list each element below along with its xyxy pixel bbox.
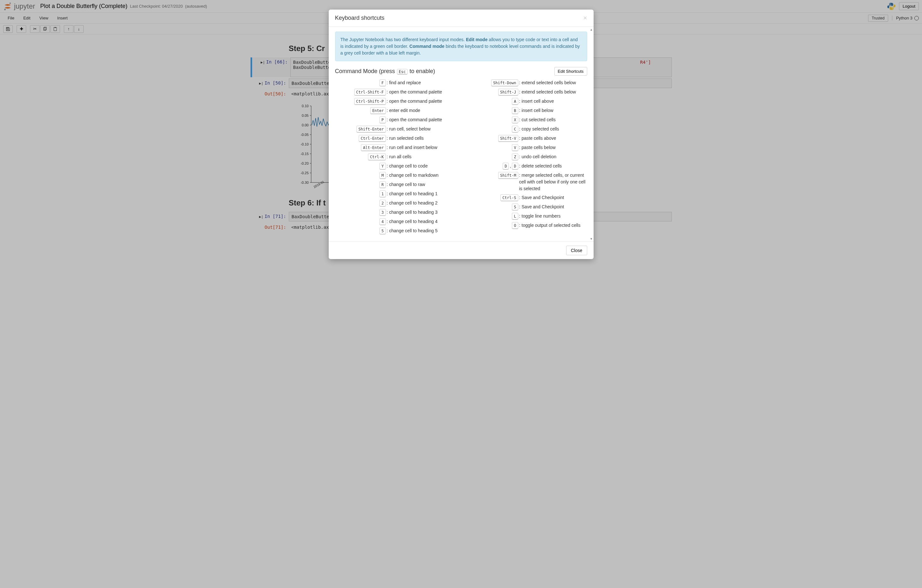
shortcut-key: 4 [335,218,386,225]
shortcut-key: V [468,144,518,151]
shortcut-row: 1: change cell to heading 1 [335,191,455,198]
kbd-key: S [512,204,518,211]
kbd-key: D [503,163,509,170]
command-mode-header: Command Mode (press Esc to enable) Edit … [335,67,587,76]
shortcut-row: D,D: delete selected cells [468,163,587,170]
shortcut-key: Ctrl-Shift-F [335,89,386,96]
shortcut-desc: : change cell to heading 4 [386,218,455,225]
shortcut-row: Ctrl-Enter: run selected cells [335,135,455,142]
shortcut-key: Ctrl-Shift-P [335,98,386,105]
kbd-key: Y [379,163,386,170]
shortcut-desc: : change cell to markdown [386,172,455,179]
shortcut-row: L: toggle line numbers [468,213,587,220]
kbd-key: Z [512,154,518,160]
shortcut-desc: : toggle output of selected cells [518,222,587,229]
shortcut-key: Alt-Enter [335,144,386,151]
shortcut-desc: : run selected cells [386,135,455,142]
kbd-key: R [379,181,386,188]
shortcut-key: Shift-M [468,172,518,179]
shortcut-row: 4: change cell to heading 4 [335,218,455,225]
kbd-key: F [379,80,386,87]
shortcut-desc: : change cell to heading 3 [386,209,455,216]
kbd-key: O [512,222,518,229]
shortcut-desc: : change cell to code [386,163,455,170]
shortcut-key: F [335,80,386,87]
kbd-key: Ctrl-Shift-F [354,89,386,96]
shortcut-key: 5 [335,227,386,235]
shortcut-row: Ctrl-Shift-F: open the command palette [335,89,455,96]
shortcut-key: Shift-Down [468,80,518,87]
shortcut-key: C [468,126,518,133]
shortcut-key: O [468,222,518,229]
kbd-key: Shift-V [498,135,518,142]
shortcut-row: 2: change cell to heading 2 [335,200,455,207]
close-icon: × [584,15,587,21]
shortcut-desc: : Save and Checkpoint [518,204,587,210]
shortcut-row: R: change cell to raw [335,181,455,188]
shortcut-row: Shift-Enter: run cell, select below [335,126,455,133]
shortcut-row: Y: change cell to code [335,163,455,170]
kbd-key: Alt-Enter [361,144,386,151]
modal-header: Keyboard shortcuts × [329,10,593,27]
shortcut-row: 3: change cell to heading 3 [335,209,455,216]
kbd-key: Ctrl-S [500,194,518,201]
keyboard-shortcuts-modal: Keyboard shortcuts × ▴ The Jupyter Noteb… [329,10,593,239]
modal-title: Keyboard shortcuts [335,15,384,21]
shortcut-key: X [468,116,518,124]
shortcut-desc: : change cell to heading 5 [386,227,455,234]
shortcut-columns: F: find and replaceCtrl-Shift-F: open th… [335,80,587,237]
shortcut-desc: : enter edit mode [386,107,455,114]
shortcut-row: V: paste cells below [468,144,587,151]
shortcut-row: P: open the command palette [335,116,455,124]
scroll-up-icon[interactable]: ▴ [590,28,592,32]
shortcut-key: Enter [335,107,386,114]
shortcut-key: 1 [335,191,386,198]
shortcut-row: B: insert cell below [468,107,587,114]
shortcut-desc: : copy selected cells [518,126,587,132]
modal-body[interactable]: ▴ The Jupyter Notebook has two different… [329,27,593,239]
shortcut-desc: : open the command palette [386,116,455,123]
shortcut-key: M [335,172,386,179]
shortcut-key: Y [335,163,386,170]
shortcut-row: X: cut selected cells [468,116,587,124]
shortcut-row: Ctrl-Shift-P: open the command palette [335,98,455,105]
edit-shortcuts-button[interactable]: Edit Shortcuts [554,67,587,76]
shortcut-desc: : paste cells above [518,135,587,142]
command-mode-title: Command Mode (press Esc to enable) [335,68,435,75]
scroll-down-icon[interactable]: ▾ [590,237,592,239]
shortcut-desc: : open the command palette [386,89,455,95]
shortcut-desc: : delete selected cells [518,163,587,170]
shortcut-key: Shift-J [468,89,518,96]
shortcut-desc: : paste cells below [518,144,587,151]
shortcut-row: Alt-Enter: run cell and insert below [335,144,455,151]
shortcut-key: L [468,213,518,220]
kbd-key: Shift-Enter [356,126,386,133]
shortcut-desc: : undo cell deletion [518,154,587,160]
kbd-key: 2 [379,200,386,207]
shortcut-key: S [468,204,518,211]
kbd-key: B [512,107,518,114]
shortcut-row: Ctrl-S: Save and Checkpoint [468,194,587,201]
shortcut-desc: : run cell, select below [386,126,455,132]
shortcut-desc: : cut selected cells [518,116,587,123]
shortcut-desc: : insert cell above [518,98,587,105]
shortcut-desc: : extend selected cells below [518,80,587,86]
shortcut-key: B [468,107,518,114]
shortcut-row: Shift-M: merge selected cells, or curren… [468,172,587,192]
shortcut-key: D,D [468,163,518,170]
shortcut-row: Ctrl-K: run all cells [335,154,455,160]
kbd-key: Shift-J [498,89,518,96]
kbd-key: 3 [379,209,386,216]
shortcut-desc: : change cell to raw [386,181,455,188]
shortcut-desc: : merge selected cells, or current cell … [518,172,587,192]
shortcut-key: A [468,98,518,105]
kbd-key: Ctrl-Enter [359,135,386,142]
modal-close-x[interactable]: × [584,15,587,22]
kbd-key: D [512,163,518,170]
kbd-key: X [512,116,518,124]
shortcut-key: Ctrl-Enter [335,135,386,142]
shortcut-row: Z: undo cell deletion [468,154,587,160]
shortcut-desc: : open the command palette [386,98,455,105]
shortcut-row: M: change cell to markdown [335,172,455,179]
shortcut-row: Shift-Down: extend selected cells below [468,80,587,87]
